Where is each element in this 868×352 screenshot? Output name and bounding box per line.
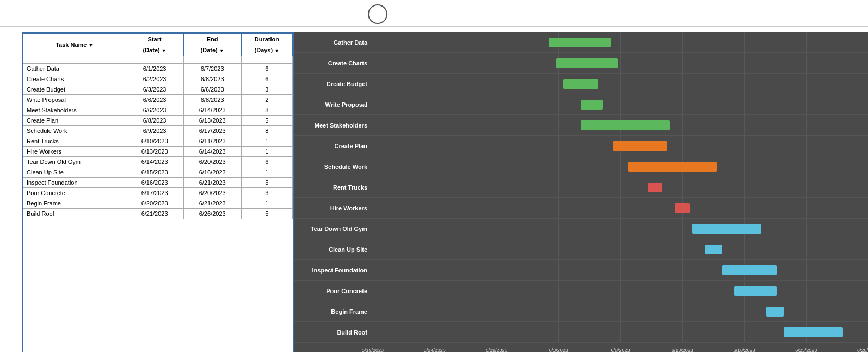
gantt-row-label: Create Charts <box>294 60 373 66</box>
gantt-row-label: Gather Data <box>294 39 373 46</box>
table-row: Schedule Work 6/9/2023 6/17/2023 8 <box>23 126 293 136</box>
gantt-bar <box>705 245 722 254</box>
start-cell: 6/9/2023 <box>126 126 183 136</box>
dur-cell: 1 <box>241 147 292 157</box>
table-row: Tear Down Old Gym 6/14/2023 6/20/2023 6 <box>23 157 293 167</box>
gantt-bar <box>692 224 761 234</box>
pm-logo-icon <box>368 4 387 24</box>
gantt-axis-label: 6/18/2023 <box>733 348 755 352</box>
gantt-axis-label: 6/8/2023 <box>611 348 630 352</box>
table-row: Create Budget 6/3/2023 6/6/2023 3 <box>23 84 293 95</box>
gantt-row-track <box>373 156 868 177</box>
end-cell: 6/13/2023 <box>183 116 241 126</box>
gantt-axis-label: 5/29/2023 <box>485 348 507 352</box>
task-name-cell: Hire Workers <box>23 147 126 157</box>
dur-cell: 6 <box>241 64 292 74</box>
end-cell: 6/16/2023 <box>183 167 241 178</box>
gantt-row: Tear Down Old Gym <box>294 219 868 239</box>
task-table: Task Name ▼ Start End Duration (Date) ▼ … <box>22 32 294 352</box>
dur-cell: 5 <box>241 209 292 219</box>
task-name-cell: Meet Stakeholders <box>23 105 126 116</box>
gantt-axis-label: 5/24/2023 <box>424 348 446 352</box>
col-end-sub: (Date) ▼ <box>183 45 241 56</box>
gantt-axis-label: 6/23/2023 <box>795 348 817 352</box>
gantt-row-label: Build Roof <box>294 329 373 336</box>
start-cell: 6/10/2023 <box>126 136 183 147</box>
table-row: Meet Stakeholders 6/6/2023 6/14/2023 8 <box>23 105 293 116</box>
end-cell: 6/11/2023 <box>183 136 241 147</box>
col-start-sub: (Date) ▼ <box>126 45 183 56</box>
start-cell: 6/21/2023 <box>126 209 183 219</box>
start-cell: 6/2/2023 <box>126 74 183 84</box>
table-row: Write Proposal 6/6/2023 6/8/2023 2 <box>23 95 293 105</box>
gantt-bar <box>581 120 670 130</box>
gantt-row: Hire Workers <box>294 198 868 219</box>
table-row: Build Roof 6/21/2023 6/26/2023 5 <box>23 209 293 219</box>
end-cell: 6/17/2023 <box>183 126 241 136</box>
table-row: Rent Trucks 6/10/2023 6/11/2023 1 <box>23 136 293 147</box>
col-start-header: Start <box>126 34 183 45</box>
gantt-row-label: Tear Down Old Gym <box>294 226 373 232</box>
end-cell: 6/14/2023 <box>183 105 241 116</box>
dur-cell: 3 <box>241 84 292 95</box>
end-cell: 6/21/2023 <box>183 198 241 209</box>
task-name-cell: Tear Down Old Gym <box>23 157 126 167</box>
gantt-row-track <box>373 115 868 135</box>
gantt-row-label: Schedule Work <box>294 163 373 170</box>
gantt-row: Clean Up Site <box>294 239 868 260</box>
table-row: Inspect Foundation 6/16/2023 6/21/2023 5 <box>23 178 293 188</box>
end-cell: 6/7/2023 <box>183 64 241 74</box>
end-cell: 6/8/2023 <box>183 74 241 84</box>
dur-cell: 3 <box>241 188 292 198</box>
task-name-cell: Pour Concrete <box>23 188 126 198</box>
table-row: Create Plan 6/8/2023 6/13/2023 5 <box>23 116 293 126</box>
gantt-bar <box>675 203 690 213</box>
start-cell: 6/15/2023 <box>126 167 183 178</box>
dur-cell: 8 <box>241 126 292 136</box>
table-row: Create Charts 6/2/2023 6/8/2023 6 <box>23 74 293 84</box>
gantt-row: Create Budget <box>294 74 868 94</box>
gantt-bar <box>628 162 717 172</box>
dur-cell: 1 <box>241 198 292 209</box>
gantt-row: Pour Concrete <box>294 281 868 301</box>
end-cell: 6/21/2023 <box>183 178 241 188</box>
gantt-row-track <box>373 53 868 73</box>
gantt-row-label: Pour Concrete <box>294 288 373 294</box>
gantt-bar <box>613 141 667 151</box>
gantt-bar <box>549 38 611 47</box>
task-name-cell: Build Roof <box>23 209 126 219</box>
gantt-row-label: Clean Up Site <box>294 246 373 253</box>
gantt-bar <box>784 327 843 337</box>
gantt-axis-label: 6/28/2023 <box>857 348 868 352</box>
gantt-row: Schedule Work <box>294 156 868 177</box>
gantt-row-label: Create Budget <box>294 81 373 87</box>
start-cell: 6/16/2023 <box>126 178 183 188</box>
dur-cell: 1 <box>241 136 292 147</box>
gantt-row: Build Roof <box>294 322 868 343</box>
start-cell: 6/20/2023 <box>126 198 183 209</box>
gantt-row: Meet Stakeholders <box>294 115 868 136</box>
start-cell: 6/17/2023 <box>126 188 183 198</box>
gantt-row-track <box>373 32 868 52</box>
gantt-bar <box>581 100 603 110</box>
gantt-axis-label: 6/3/2023 <box>549 348 568 352</box>
page-header <box>0 0 868 27</box>
gantt-axis-label: 6/13/2023 <box>672 348 693 352</box>
dur-cell: 6 <box>241 157 292 167</box>
col-task-header: Task Name ▼ <box>23 34 126 56</box>
task-name-cell: Clean Up Site <box>23 167 126 178</box>
gantt-row-track <box>373 198 868 218</box>
task-name-cell: Inspect Foundation <box>23 178 126 188</box>
gantt-row-track <box>373 301 868 321</box>
gantt-bar <box>563 79 598 89</box>
gantt-row: Write Proposal <box>294 94 868 115</box>
gantt-row-track <box>373 136 868 156</box>
task-name-cell: Rent Trucks <box>23 136 126 147</box>
end-cell: 6/14/2023 <box>183 147 241 157</box>
gantt-row-track <box>373 281 868 301</box>
end-cell: 6/20/2023 <box>183 157 241 167</box>
gantt-row-track <box>373 74 868 94</box>
gantt-bar <box>556 58 618 68</box>
gantt-row-track <box>373 177 868 197</box>
gantt-row-label: Begin Frame <box>294 308 373 315</box>
